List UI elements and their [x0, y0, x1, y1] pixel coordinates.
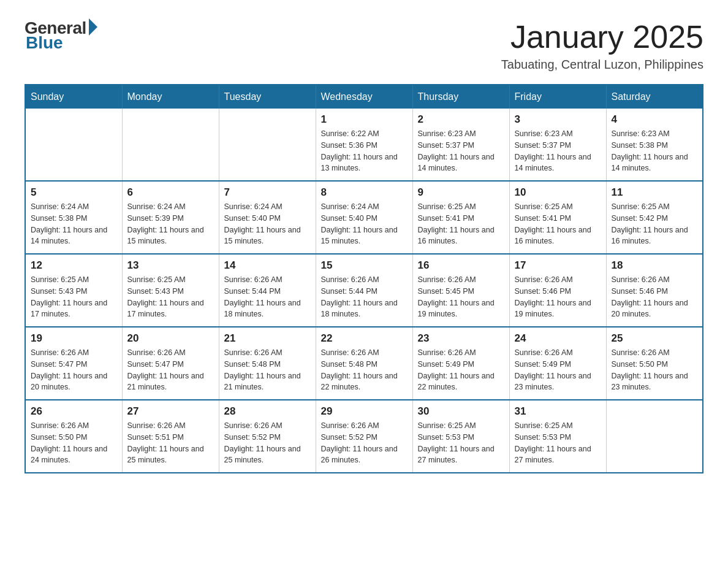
calendar-cell: 16Sunrise: 6:26 AMSunset: 5:45 PMDayligh… — [412, 254, 509, 327]
day-info: Sunrise: 6:26 AMSunset: 5:49 PMDaylight:… — [515, 347, 601, 393]
day-number: 19 — [31, 332, 117, 345]
day-number: 16 — [418, 259, 504, 272]
calendar-cell: 10Sunrise: 6:25 AMSunset: 5:41 PMDayligh… — [509, 181, 606, 254]
day-info: Sunrise: 6:26 AMSunset: 5:52 PMDaylight:… — [224, 420, 311, 466]
day-number: 20 — [127, 332, 214, 345]
day-info: Sunrise: 6:25 AMSunset: 5:53 PMDaylight:… — [418, 420, 504, 466]
day-number: 30 — [418, 405, 504, 418]
day-info: Sunrise: 6:25 AMSunset: 5:43 PMDaylight:… — [31, 274, 117, 320]
weekday-header-row: SundayMondayTuesdayWednesdayThursdayFrid… — [25, 85, 703, 109]
day-number: 7 — [224, 186, 311, 199]
day-info: Sunrise: 6:26 AMSunset: 5:50 PMDaylight:… — [612, 347, 698, 393]
day-info: Sunrise: 6:24 AMSunset: 5:39 PMDaylight:… — [127, 201, 214, 247]
title-area: January 2025 Tabuating, Central Luzon, P… — [501, 18, 703, 72]
calendar-cell: 2Sunrise: 6:23 AMSunset: 5:37 PMDaylight… — [412, 109, 509, 181]
day-info: Sunrise: 6:26 AMSunset: 5:47 PMDaylight:… — [31, 347, 117, 393]
calendar-cell — [606, 400, 703, 473]
page-header: General Blue January 2025 Tabuating, Cen… — [25, 18, 703, 72]
calendar-cell: 31Sunrise: 6:25 AMSunset: 5:53 PMDayligh… — [509, 400, 606, 473]
day-number: 11 — [612, 186, 698, 199]
calendar-week-2: 5Sunrise: 6:24 AMSunset: 5:38 PMDaylight… — [25, 181, 703, 254]
day-number: 6 — [127, 186, 214, 199]
calendar-cell: 22Sunrise: 6:26 AMSunset: 5:48 PMDayligh… — [316, 327, 412, 400]
day-info: Sunrise: 6:26 AMSunset: 5:48 PMDaylight:… — [224, 347, 311, 393]
day-number: 4 — [612, 113, 698, 126]
day-number: 31 — [515, 405, 601, 418]
calendar-cell: 15Sunrise: 6:26 AMSunset: 5:44 PMDayligh… — [316, 254, 412, 327]
day-number: 12 — [31, 259, 117, 272]
day-number: 29 — [321, 405, 408, 418]
day-number: 10 — [515, 186, 601, 199]
calendar-cell: 28Sunrise: 6:26 AMSunset: 5:52 PMDayligh… — [219, 400, 316, 473]
day-info: Sunrise: 6:25 AMSunset: 5:41 PMDaylight:… — [515, 201, 601, 247]
calendar-cell: 21Sunrise: 6:26 AMSunset: 5:48 PMDayligh… — [219, 327, 316, 400]
logo-arrow-icon — [89, 18, 97, 36]
calendar-cell: 19Sunrise: 6:26 AMSunset: 5:47 PMDayligh… — [25, 327, 122, 400]
day-number: 13 — [127, 259, 214, 272]
calendar-week-1: 1Sunrise: 6:22 AMSunset: 5:36 PMDaylight… — [25, 109, 703, 181]
logo-blue-text: Blue — [26, 33, 63, 53]
day-number: 26 — [31, 405, 117, 418]
day-info: Sunrise: 6:24 AMSunset: 5:38 PMDaylight:… — [31, 201, 117, 247]
day-info: Sunrise: 6:25 AMSunset: 5:42 PMDaylight:… — [612, 201, 698, 247]
calendar-cell: 14Sunrise: 6:26 AMSunset: 5:44 PMDayligh… — [219, 254, 316, 327]
day-info: Sunrise: 6:26 AMSunset: 5:48 PMDaylight:… — [321, 347, 408, 393]
day-info: Sunrise: 6:26 AMSunset: 5:45 PMDaylight:… — [418, 274, 504, 320]
day-number: 9 — [418, 186, 504, 199]
calendar-cell: 11Sunrise: 6:25 AMSunset: 5:42 PMDayligh… — [606, 181, 703, 254]
calendar-cell: 9Sunrise: 6:25 AMSunset: 5:41 PMDaylight… — [412, 181, 509, 254]
day-number: 3 — [515, 113, 601, 126]
calendar-cell: 23Sunrise: 6:26 AMSunset: 5:49 PMDayligh… — [412, 327, 509, 400]
calendar-cell: 26Sunrise: 6:26 AMSunset: 5:50 PMDayligh… — [25, 400, 122, 473]
day-info: Sunrise: 6:26 AMSunset: 5:44 PMDaylight:… — [321, 274, 408, 320]
month-title: January 2025 — [501, 18, 703, 55]
calendar-cell: 30Sunrise: 6:25 AMSunset: 5:53 PMDayligh… — [412, 400, 509, 473]
day-number: 15 — [321, 259, 408, 272]
weekday-header-thursday: Thursday — [412, 85, 509, 109]
day-number: 25 — [612, 332, 698, 345]
calendar-cell — [25, 109, 122, 181]
day-info: Sunrise: 6:26 AMSunset: 5:52 PMDaylight:… — [321, 420, 408, 466]
calendar-cell: 1Sunrise: 6:22 AMSunset: 5:36 PMDaylight… — [316, 109, 412, 181]
day-info: Sunrise: 6:26 AMSunset: 5:46 PMDaylight:… — [515, 274, 601, 320]
calendar-cell: 27Sunrise: 6:26 AMSunset: 5:51 PMDayligh… — [122, 400, 219, 473]
day-info: Sunrise: 6:26 AMSunset: 5:49 PMDaylight:… — [418, 347, 504, 393]
calendar-cell: 18Sunrise: 6:26 AMSunset: 5:46 PMDayligh… — [606, 254, 703, 327]
day-info: Sunrise: 6:23 AMSunset: 5:37 PMDaylight:… — [418, 128, 504, 174]
day-info: Sunrise: 6:25 AMSunset: 5:53 PMDaylight:… — [515, 420, 601, 466]
day-number: 8 — [321, 186, 408, 199]
day-number: 27 — [127, 405, 214, 418]
calendar-cell: 13Sunrise: 6:25 AMSunset: 5:43 PMDayligh… — [122, 254, 219, 327]
day-info: Sunrise: 6:25 AMSunset: 5:41 PMDaylight:… — [418, 201, 504, 247]
weekday-header-tuesday: Tuesday — [219, 85, 316, 109]
day-info: Sunrise: 6:26 AMSunset: 5:51 PMDaylight:… — [127, 420, 214, 466]
weekday-header-sunday: Sunday — [25, 85, 122, 109]
day-number: 17 — [515, 259, 601, 272]
day-info: Sunrise: 6:23 AMSunset: 5:37 PMDaylight:… — [515, 128, 601, 174]
weekday-header-wednesday: Wednesday — [316, 85, 412, 109]
day-number: 1 — [321, 113, 408, 126]
logo: General Blue — [25, 18, 97, 53]
day-info: Sunrise: 6:24 AMSunset: 5:40 PMDaylight:… — [321, 201, 408, 247]
calendar-cell: 8Sunrise: 6:24 AMSunset: 5:40 PMDaylight… — [316, 181, 412, 254]
calendar-cell: 20Sunrise: 6:26 AMSunset: 5:47 PMDayligh… — [122, 327, 219, 400]
day-number: 23 — [418, 332, 504, 345]
day-number: 2 — [418, 113, 504, 126]
day-info: Sunrise: 6:26 AMSunset: 5:46 PMDaylight:… — [612, 274, 698, 320]
day-info: Sunrise: 6:26 AMSunset: 5:50 PMDaylight:… — [31, 420, 117, 466]
calendar-cell: 7Sunrise: 6:24 AMSunset: 5:40 PMDaylight… — [219, 181, 316, 254]
calendar-cell: 29Sunrise: 6:26 AMSunset: 5:52 PMDayligh… — [316, 400, 412, 473]
day-info: Sunrise: 6:26 AMSunset: 5:47 PMDaylight:… — [127, 347, 214, 393]
day-info: Sunrise: 6:22 AMSunset: 5:36 PMDaylight:… — [321, 128, 408, 174]
day-info: Sunrise: 6:24 AMSunset: 5:40 PMDaylight:… — [224, 201, 311, 247]
day-info: Sunrise: 6:25 AMSunset: 5:43 PMDaylight:… — [127, 274, 214, 320]
location-text: Tabuating, Central Luzon, Philippines — [501, 58, 703, 72]
day-info: Sunrise: 6:26 AMSunset: 5:44 PMDaylight:… — [224, 274, 311, 320]
day-number: 22 — [321, 332, 408, 345]
calendar-cell: 5Sunrise: 6:24 AMSunset: 5:38 PMDaylight… — [25, 181, 122, 254]
calendar-cell: 25Sunrise: 6:26 AMSunset: 5:50 PMDayligh… — [606, 327, 703, 400]
weekday-header-saturday: Saturday — [606, 85, 703, 109]
calendar-week-5: 26Sunrise: 6:26 AMSunset: 5:50 PMDayligh… — [25, 400, 703, 473]
calendar-week-4: 19Sunrise: 6:26 AMSunset: 5:47 PMDayligh… — [25, 327, 703, 400]
day-number: 28 — [224, 405, 311, 418]
